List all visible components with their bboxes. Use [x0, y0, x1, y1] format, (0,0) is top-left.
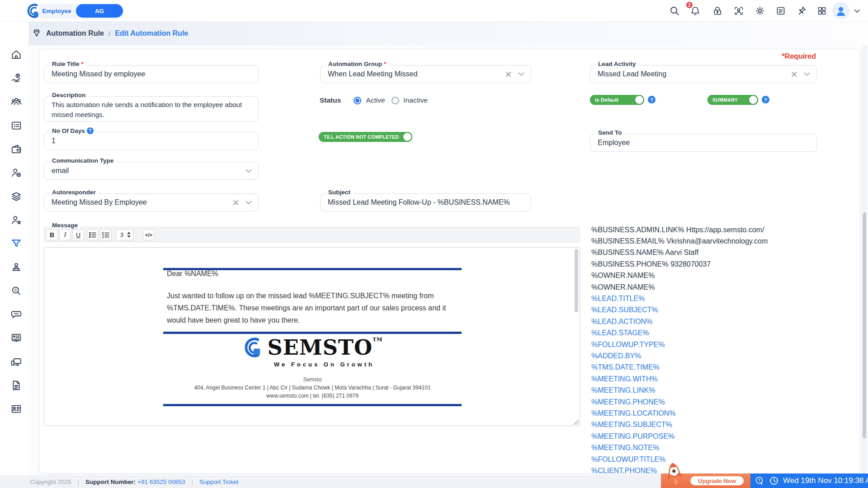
- variable-link-item[interactable]: %MEETING.WITH%: [591, 373, 851, 385]
- segment-employee[interactable]: Employee: [38, 8, 76, 14]
- help-icon[interactable]: ?: [648, 96, 656, 103]
- sidebar-item-documents-icon[interactable]: [10, 380, 22, 391]
- variable-item[interactable]: %OWNER.NAME%: [591, 282, 851, 293]
- lock-icon[interactable]: [712, 5, 723, 16]
- variable-link-item[interactable]: %MEETING.PHONE%: [591, 396, 851, 408]
- app-grid-icon[interactable]: [816, 5, 827, 16]
- automation-group-select[interactable]: Automation Group* When Lead Meeting Miss…: [320, 65, 531, 83]
- search-icon[interactable]: [669, 5, 680, 16]
- sidebar-item-recruitment-search-icon[interactable]: 8: [10, 285, 22, 297]
- subject-value[interactable]: Missed Lead Meeting Follow-Up - %BUSINES…: [328, 198, 524, 206]
- help-icon[interactable]: ?: [87, 127, 94, 134]
- sidebar-item-task-checklist-icon[interactable]: [10, 120, 22, 131]
- lead-activity-select[interactable]: Lead Activity Missed Lead Meeting: [590, 65, 817, 83]
- italic-button[interactable]: I: [59, 229, 71, 240]
- variable-link-item[interactable]: %MEETING.LINK%: [591, 385, 851, 396]
- clear-icon[interactable]: [791, 71, 797, 77]
- till-action-toggle[interactable]: TILL ACTION NOT COMPLETED: [319, 132, 412, 142]
- status-inactive-radio[interactable]: [392, 97, 399, 104]
- gear-icon[interactable]: [755, 5, 765, 16]
- chevron-down-icon[interactable]: [852, 5, 863, 16]
- variable-link-item[interactable]: %FOLLOWUP.TYPE%: [591, 339, 851, 350]
- variable-link-item[interactable]: %FOLLOWUP.TITLE%: [591, 454, 851, 465]
- no-of-days-field[interactable]: No Of Days ? 1: [44, 132, 259, 150]
- sidebar-item-id-badge-icon[interactable]: [10, 403, 22, 415]
- chevron-down-icon[interactable]: [804, 72, 810, 76]
- sidebar-item-automation-funnel-icon[interactable]: [10, 238, 22, 249]
- sidebar-item-lead-person-star-icon[interactable]: [10, 214, 22, 226]
- summary-toggle[interactable]: SUMMARY: [708, 95, 758, 105]
- sidebar-item-team-icon[interactable]: [10, 96, 22, 108]
- description-field[interactable]: Description This automation rule sends a…: [44, 96, 259, 122]
- upgrade-now-button[interactable]: Upgrade Now: [690, 476, 744, 485]
- clear-icon[interactable]: [505, 71, 511, 77]
- message-editor-body[interactable]: Dear %NAME% Just wanted to follow up on …: [44, 247, 580, 426]
- rule-title-value[interactable]: Meeting Missed by employee: [52, 70, 233, 78]
- segment-ag[interactable]: AG: [76, 4, 123, 18]
- notes-icon[interactable]: [775, 5, 786, 16]
- role-segment-control[interactable]: Employee AG: [38, 4, 123, 18]
- variable-item[interactable]: %BUSINESS.PHONE% 9328070037: [591, 258, 851, 270]
- variable-link-item[interactable]: %CLIENT.PHONE%: [591, 465, 851, 474]
- variable-link-item[interactable]: %LEAD.SUBJECT%: [591, 305, 851, 316]
- resize-grip[interactable]: [573, 419, 579, 425]
- variable-link-item[interactable]: %LEAD.TITLE%: [591, 293, 851, 304]
- sidebar-item-chat-icon[interactable]: [10, 309, 22, 320]
- sidebar-item-attendance-person-check-icon[interactable]: [10, 167, 22, 178]
- variable-item[interactable]: %BUSINESS.NAME% Aarvi Staff: [591, 247, 851, 258]
- subject-field[interactable]: Subject Missed Lead Meeting Follow-Up - …: [320, 193, 531, 211]
- support-number-link[interactable]: +91 63525 00853: [137, 479, 185, 485]
- rule-title-field[interactable]: Rule Title* Meeting Missed by employee: [44, 65, 259, 83]
- lead-activity-value[interactable]: Missed Lead Meeting: [598, 70, 791, 78]
- sidebar-item-devices-icon[interactable]: [10, 356, 22, 368]
- help-icon[interactable]: ?: [762, 96, 769, 103]
- breadcrumb-parent[interactable]: Automation Rule: [46, 29, 104, 38]
- chevron-down-icon[interactable]: [518, 72, 524, 76]
- clear-icon[interactable]: [233, 200, 239, 206]
- communication-type-value[interactable]: email: [52, 167, 233, 175]
- no-of-days-value[interactable]: 1: [52, 137, 233, 145]
- stepper-arrows-icon[interactable]: [127, 232, 131, 238]
- variable-link-item[interactable]: %MEETING.SUBJECT%: [591, 419, 851, 431]
- sidebar-item-payroll hand-coin-icon[interactable]: [10, 72, 22, 84]
- status-inactive-label[interactable]: Inactive: [404, 96, 428, 104]
- user-avatar[interactable]: [832, 2, 849, 19]
- sidebar-item-hr-person-desk-icon[interactable]: [10, 261, 22, 273]
- send-to-field[interactable]: Send To Employee: [590, 134, 817, 152]
- bullet-list-button[interactable]: [87, 229, 99, 240]
- editor-scrollbar-thumb[interactable]: [575, 249, 578, 312]
- variable-item[interactable]: %BUSINESS.EMAIL% Vkrishna@aarvitechnolog…: [591, 235, 851, 247]
- status-active-label[interactable]: Active: [366, 96, 385, 104]
- variable-link-item[interactable]: %MEETING.NOTE%: [591, 442, 851, 453]
- automation-group-value[interactable]: When Lead Meeting Missed: [328, 70, 505, 78]
- is-default-toggle[interactable]: Is Default: [590, 95, 644, 105]
- sidebar-item-announcement-card-icon[interactable]: [10, 332, 22, 344]
- communication-type-select[interactable]: Communication Type email: [44, 162, 259, 180]
- chevron-down-icon[interactable]: [245, 169, 252, 173]
- variable-link-item[interactable]: %LEAD.ACTION%: [591, 316, 851, 327]
- autoresponder-select[interactable]: Autoresponder Meeting Missed By Employee: [44, 193, 259, 211]
- sidebar-item-home[interactable]: [10, 49, 22, 61]
- variable-link-item[interactable]: %TMS.DATE.TIME%: [591, 362, 851, 373]
- sidebar-item-wallet-icon[interactable]: [10, 143, 22, 155]
- description-value[interactable]: This automation rule sends a notificatio…: [52, 100, 250, 120]
- underline-button[interactable]: U: [72, 229, 84, 240]
- page-scrollbar-thumb[interactable]: [863, 212, 866, 438]
- variable-link-item[interactable]: %LEAD.STAGE%: [591, 328, 851, 339]
- support-ticket-link[interactable]: Support Ticket: [199, 479, 238, 485]
- sidebar-item-layers-icon[interactable]: [10, 191, 22, 202]
- variable-item[interactable]: %BUSINESS.ADMIN.LINK% Https://app.semsto…: [591, 224, 851, 235]
- bold-button[interactable]: B: [46, 229, 58, 240]
- pin-icon[interactable]: [796, 5, 807, 16]
- variable-item[interactable]: %OWNER.NAME%: [591, 270, 851, 282]
- send-to-value[interactable]: Employee: [598, 139, 791, 147]
- chevron-down-icon[interactable]: [245, 201, 252, 205]
- status-active-radio[interactable]: [354, 97, 361, 104]
- variable-link-item[interactable]: %MEETING.LOCATION%: [591, 408, 851, 419]
- chat-question-icon[interactable]: ?: [754, 475, 765, 486]
- variable-link-item[interactable]: %MEETING.PURPOSE%: [591, 431, 851, 442]
- face-scan-icon[interactable]: [733, 5, 744, 16]
- ordered-list-button[interactable]: [100, 229, 112, 240]
- code-view-button[interactable]: </>: [143, 229, 155, 240]
- autoresponder-value[interactable]: Meeting Missed By Employee: [52, 198, 233, 206]
